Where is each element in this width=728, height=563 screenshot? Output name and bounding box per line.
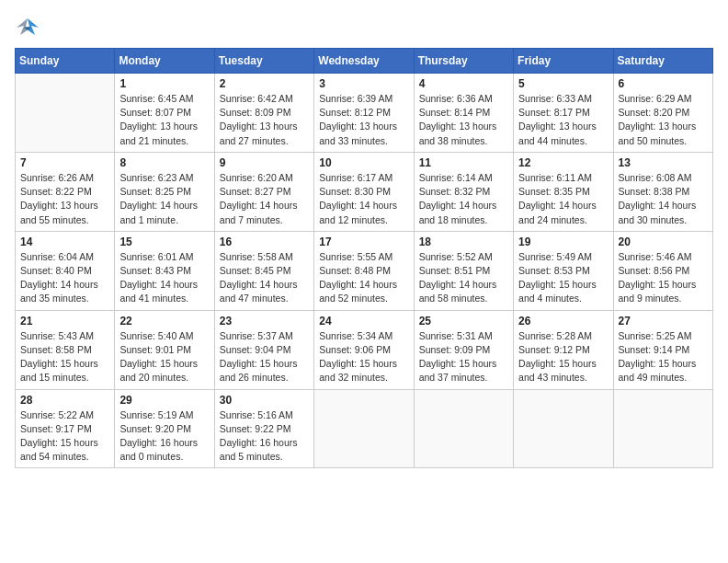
day-number: 12: [518, 156, 608, 169]
day-info: Sunrise: 6:11 AM Sunset: 8:35 PM Dayligh…: [518, 171, 608, 227]
calendar-cell: [414, 389, 513, 468]
weekday-header-monday: Monday: [115, 49, 214, 74]
calendar-cell: 14Sunrise: 6:04 AM Sunset: 8:40 PM Dayli…: [16, 231, 115, 310]
day-info: Sunrise: 5:16 AM Sunset: 9:22 PM Dayligh…: [220, 408, 309, 465]
calendar-cell: 12Sunrise: 6:11 AM Sunset: 8:35 PM Dayli…: [514, 152, 613, 231]
day-info: Sunrise: 5:49 AM Sunset: 8:53 PM Dayligh…: [518, 250, 608, 306]
day-info: Sunrise: 5:43 AM Sunset: 8:58 PM Dayligh…: [20, 329, 109, 385]
calendar-cell: 16Sunrise: 5:58 AM Sunset: 8:45 PM Dayli…: [214, 231, 313, 310]
day-number: 18: [419, 236, 508, 248]
day-number: 25: [419, 315, 508, 327]
calendar-cell: 17Sunrise: 5:55 AM Sunset: 8:48 PM Dayli…: [314, 231, 414, 310]
calendar-cell: 10Sunrise: 6:17 AM Sunset: 8:30 PM Dayli…: [314, 152, 414, 231]
day-number: 14: [20, 236, 109, 248]
day-info: Sunrise: 5:40 AM Sunset: 9:01 PM Dayligh…: [119, 329, 209, 385]
day-number: 24: [319, 315, 408, 327]
day-info: Sunrise: 6:14 AM Sunset: 8:32 PM Dayligh…: [419, 171, 508, 227]
day-number: 20: [619, 236, 708, 248]
day-info: Sunrise: 6:23 AM Sunset: 8:25 PM Dayligh…: [119, 171, 209, 227]
day-info: Sunrise: 6:26 AM Sunset: 8:22 PM Dayligh…: [20, 171, 109, 227]
calendar-table: SundayMondayTuesdayWednesdayThursdayFrid…: [15, 48, 713, 468]
day-number: 15: [119, 236, 209, 248]
day-number: 13: [619, 156, 708, 169]
day-number: 10: [319, 156, 408, 169]
day-number: 4: [419, 77, 508, 90]
day-info: Sunrise: 6:08 AM Sunset: 8:38 PM Dayligh…: [619, 171, 708, 227]
calendar-cell: 28Sunrise: 5:22 AM Sunset: 9:17 PM Dayli…: [16, 389, 115, 468]
day-info: Sunrise: 5:52 AM Sunset: 8:51 PM Dayligh…: [419, 250, 508, 306]
week-row-3: 21Sunrise: 5:43 AM Sunset: 8:58 PM Dayli…: [16, 310, 713, 389]
day-number: 17: [319, 236, 408, 248]
calendar-cell: 8Sunrise: 6:23 AM Sunset: 8:25 PM Daylig…: [115, 152, 214, 231]
day-number: 6: [619, 77, 708, 90]
calendar-cell: 23Sunrise: 5:37 AM Sunset: 9:04 PM Dayli…: [214, 310, 313, 389]
calendar-cell: 15Sunrise: 6:01 AM Sunset: 8:43 PM Dayli…: [115, 231, 214, 310]
calendar-cell: 18Sunrise: 5:52 AM Sunset: 8:51 PM Dayli…: [414, 231, 513, 310]
calendar-cell: [514, 389, 613, 468]
day-number: 11: [419, 156, 508, 169]
page-header: [15, 15, 713, 40]
calendar-cell: 24Sunrise: 5:34 AM Sunset: 9:06 PM Dayli…: [314, 310, 414, 389]
day-number: 26: [518, 315, 608, 327]
day-number: 23: [220, 315, 309, 327]
week-row-1: 7Sunrise: 6:26 AM Sunset: 8:22 PM Daylig…: [16, 152, 713, 231]
day-info: Sunrise: 6:29 AM Sunset: 8:20 PM Dayligh…: [619, 92, 708, 148]
day-info: Sunrise: 5:34 AM Sunset: 9:06 PM Dayligh…: [319, 329, 408, 385]
calendar-cell: 6Sunrise: 6:29 AM Sunset: 8:20 PM Daylig…: [613, 74, 712, 153]
calendar-cell: 30Sunrise: 5:16 AM Sunset: 9:22 PM Dayli…: [214, 389, 313, 468]
calendar-cell: 26Sunrise: 5:28 AM Sunset: 9:12 PM Dayli…: [514, 310, 613, 389]
week-row-0: 1Sunrise: 6:45 AM Sunset: 8:07 PM Daylig…: [16, 74, 713, 153]
day-info: Sunrise: 5:25 AM Sunset: 9:14 PM Dayligh…: [619, 329, 708, 385]
week-row-2: 14Sunrise: 6:04 AM Sunset: 8:40 PM Dayli…: [16, 231, 713, 310]
day-number: 16: [220, 236, 309, 248]
day-number: 29: [119, 394, 209, 407]
day-info: Sunrise: 6:17 AM Sunset: 8:30 PM Dayligh…: [319, 171, 408, 227]
day-number: 7: [20, 156, 109, 169]
day-info: Sunrise: 5:55 AM Sunset: 8:48 PM Dayligh…: [319, 250, 408, 306]
day-info: Sunrise: 6:33 AM Sunset: 8:17 PM Dayligh…: [518, 92, 608, 148]
calendar-cell: 20Sunrise: 5:46 AM Sunset: 8:56 PM Dayli…: [613, 231, 712, 310]
calendar-cell: 3Sunrise: 6:39 AM Sunset: 8:12 PM Daylig…: [314, 74, 414, 153]
weekday-header-thursday: Thursday: [414, 49, 513, 74]
weekday-header-friday: Friday: [514, 49, 613, 74]
day-info: Sunrise: 5:58 AM Sunset: 8:45 PM Dayligh…: [220, 250, 309, 306]
calendar-cell: 29Sunrise: 5:19 AM Sunset: 9:20 PM Dayli…: [115, 389, 214, 468]
day-info: Sunrise: 5:37 AM Sunset: 9:04 PM Dayligh…: [220, 329, 309, 385]
day-number: 8: [119, 156, 209, 169]
day-info: Sunrise: 5:19 AM Sunset: 9:20 PM Dayligh…: [119, 408, 209, 465]
day-number: 9: [220, 156, 309, 169]
calendar-cell: 7Sunrise: 6:26 AM Sunset: 8:22 PM Daylig…: [16, 152, 115, 231]
weekday-header-tuesday: Tuesday: [214, 49, 313, 74]
day-info: Sunrise: 6:36 AM Sunset: 8:14 PM Dayligh…: [419, 92, 508, 148]
calendar-cell: 11Sunrise: 6:14 AM Sunset: 8:32 PM Dayli…: [414, 152, 513, 231]
calendar-cell: 22Sunrise: 5:40 AM Sunset: 9:01 PM Dayli…: [115, 310, 214, 389]
day-number: 27: [619, 315, 708, 327]
day-info: Sunrise: 6:45 AM Sunset: 8:07 PM Dayligh…: [119, 92, 209, 148]
day-number: 28: [20, 394, 109, 407]
weekday-header-saturday: Saturday: [613, 49, 712, 74]
week-row-4: 28Sunrise: 5:22 AM Sunset: 9:17 PM Dayli…: [16, 389, 713, 468]
calendar-cell: [314, 389, 414, 468]
calendar-cell: 4Sunrise: 6:36 AM Sunset: 8:14 PM Daylig…: [414, 74, 513, 153]
calendar-cell: 1Sunrise: 6:45 AM Sunset: 8:07 PM Daylig…: [115, 74, 214, 153]
weekday-header-row: SundayMondayTuesdayWednesdayThursdayFrid…: [16, 49, 713, 74]
calendar-cell: 21Sunrise: 5:43 AM Sunset: 8:58 PM Dayli…: [16, 310, 115, 389]
weekday-header-wednesday: Wednesday: [314, 49, 414, 74]
day-info: Sunrise: 5:46 AM Sunset: 8:56 PM Dayligh…: [619, 250, 708, 306]
day-number: 2: [220, 77, 309, 90]
day-number: 5: [518, 77, 608, 90]
day-info: Sunrise: 6:01 AM Sunset: 8:43 PM Dayligh…: [119, 250, 209, 306]
calendar-cell: 2Sunrise: 6:42 AM Sunset: 8:09 PM Daylig…: [214, 74, 313, 153]
day-info: Sunrise: 6:20 AM Sunset: 8:27 PM Dayligh…: [220, 171, 309, 227]
calendar-cell: 9Sunrise: 6:20 AM Sunset: 8:27 PM Daylig…: [214, 152, 313, 231]
calendar-cell: 27Sunrise: 5:25 AM Sunset: 9:14 PM Dayli…: [613, 310, 712, 389]
calendar-cell: 13Sunrise: 6:08 AM Sunset: 8:38 PM Dayli…: [613, 152, 712, 231]
day-number: 3: [319, 77, 408, 90]
calendar-cell: [16, 74, 115, 153]
weekday-header-sunday: Sunday: [16, 49, 115, 74]
calendar-cell: 19Sunrise: 5:49 AM Sunset: 8:53 PM Dayli…: [514, 231, 613, 310]
day-number: 22: [119, 315, 209, 327]
logo-icon: [15, 15, 40, 40]
day-info: Sunrise: 6:42 AM Sunset: 8:09 PM Dayligh…: [220, 92, 309, 148]
day-info: Sunrise: 5:22 AM Sunset: 9:17 PM Dayligh…: [20, 408, 109, 465]
